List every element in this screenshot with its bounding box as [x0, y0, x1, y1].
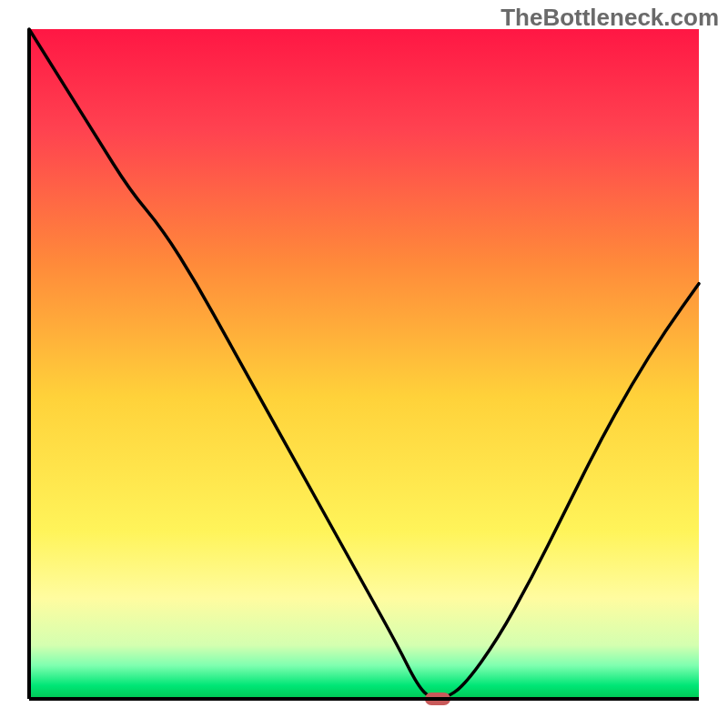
chart-container: TheBottleneck.com — [0, 0, 728, 728]
gradient-background — [29, 29, 699, 699]
watermark-text: TheBottleneck.com — [500, 4, 719, 32]
bottleneck-chart — [0, 0, 728, 728]
